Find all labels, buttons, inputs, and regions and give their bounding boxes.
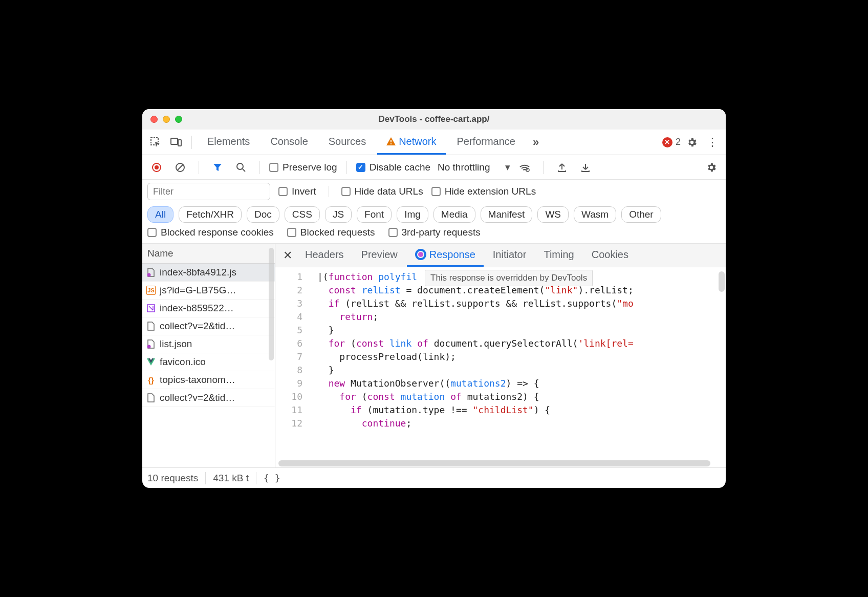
tab-performance[interactable]: Performance — [448, 130, 525, 155]
code-content[interactable]: |(function polyfil const relList = docum… — [312, 267, 726, 467]
detail-tab-preview[interactable]: Preview — [353, 244, 406, 267]
override-tooltip: This response is overridden by DevTools — [425, 270, 593, 286]
third-party-checkbox[interactable]: 3rd-party requests — [388, 227, 481, 238]
request-row[interactable]: index-b859522… — [142, 300, 275, 317]
request-row[interactable]: collect?v=2&tid… — [142, 317, 275, 335]
detail-tab-headers[interactable]: Headers — [297, 244, 352, 267]
device-toggle-icon[interactable] — [167, 133, 185, 152]
request-row[interactable]: collect?v=2&tid… — [142, 389, 275, 407]
network-settings-icon[interactable] — [702, 158, 721, 177]
status-bar: 10 requests 431 kB t { } — [142, 467, 726, 488]
divider — [191, 136, 192, 149]
download-har-icon[interactable] — [576, 158, 595, 177]
response-code-viewer[interactable]: 123456789101112 |(function polyfil const… — [275, 267, 726, 467]
clear-button[interactable] — [171, 158, 189, 177]
type-filter-font[interactable]: Font — [357, 206, 392, 223]
throttling-select[interactable]: No throttling ▾ — [438, 161, 510, 173]
close-panel-button[interactable]: ✕ — [279, 249, 296, 262]
request-row[interactable]: {} topics-taxonom… — [142, 371, 275, 389]
tab-sources[interactable]: Sources — [319, 130, 375, 155]
js-file-icon: JS — [146, 286, 156, 295]
pretty-print-button[interactable]: { } — [264, 473, 280, 483]
request-name: js?id=G-LB75G… — [160, 285, 236, 296]
window-minimize-button[interactable] — [163, 116, 170, 123]
blocked-requests-label: Blocked requests — [300, 227, 375, 238]
checkbox-unchecked-icon — [147, 228, 157, 237]
detail-tab-initiator[interactable]: Initiator — [485, 244, 535, 267]
document-icon — [146, 393, 156, 402]
type-filter-fetch-xhr[interactable]: Fetch/XHR — [179, 206, 242, 223]
more-tabs-icon[interactable]: » — [527, 133, 545, 152]
kebab-menu-icon[interactable]: ⋮ — [703, 133, 722, 152]
tab-network[interactable]: Network — [377, 130, 445, 155]
checkbox-unchecked-icon — [341, 187, 351, 196]
request-row[interactable]: favicon.ico — [142, 353, 275, 371]
error-count[interactable]: ✕ 2 — [662, 137, 681, 147]
detail-tab-response[interactable]: Response — [407, 244, 484, 267]
invert-checkbox[interactable]: Invert — [278, 186, 316, 197]
type-filter-doc[interactable]: Doc — [247, 206, 279, 223]
search-icon[interactable] — [232, 158, 250, 177]
filter-input[interactable] — [147, 183, 270, 200]
type-filter-all[interactable]: All — [147, 206, 173, 223]
line-gutter: 123456789101112 — [275, 267, 312, 467]
blocked-cookies-checkbox[interactable]: Blocked response cookies — [147, 227, 274, 238]
hide-ext-urls-checkbox[interactable]: Hide extension URLs — [431, 186, 536, 197]
type-filter-manifest[interactable]: Manifest — [481, 206, 533, 223]
scrollbar-horizontal[interactable] — [278, 460, 710, 466]
request-row[interactable]: list.json — [142, 335, 275, 353]
inspect-element-icon[interactable] — [146, 133, 165, 152]
request-row[interactable]: index-8bfa4912.js — [142, 264, 275, 282]
checkbox-checked-icon — [356, 163, 365, 172]
svg-line-6 — [178, 164, 183, 170]
window-close-button[interactable] — [150, 116, 158, 123]
scrollbar-vertical[interactable] — [269, 248, 274, 360]
css-file-icon — [146, 304, 156, 313]
status-transferred: 431 kB t — [213, 473, 249, 484]
type-filter-wasm[interactable]: Wasm — [574, 206, 616, 223]
svg-point-12 — [147, 345, 151, 349]
override-indicator-icon — [415, 249, 426, 260]
network-conditions-icon[interactable] — [515, 158, 534, 177]
window-maximize-button[interactable] — [175, 116, 182, 123]
checkbox-unchecked-icon — [431, 187, 441, 196]
upload-har-icon[interactable] — [553, 158, 571, 177]
tab-network-label: Network — [399, 136, 436, 147]
filter-toggle-icon[interactable] — [208, 158, 227, 177]
type-filter-img[interactable]: Img — [397, 206, 428, 223]
detail-tab-cookies[interactable]: Cookies — [583, 244, 637, 267]
detail-tab-response-label: Response — [429, 249, 475, 261]
hide-ext-urls-label: Hide extension URLs — [445, 186, 536, 197]
request-name: topics-taxonom… — [160, 374, 235, 386]
tab-console[interactable]: Console — [261, 130, 317, 155]
tab-elements[interactable]: Elements — [198, 130, 259, 155]
request-name: index-b859522… — [160, 303, 234, 314]
divider — [256, 472, 256, 484]
settings-icon[interactable] — [683, 133, 701, 152]
record-button[interactable] — [147, 158, 166, 177]
blocked-requests-checkbox[interactable]: Blocked requests — [287, 227, 375, 238]
type-filter-other[interactable]: Other — [621, 206, 661, 223]
type-filter-ws[interactable]: WS — [537, 206, 569, 223]
preserve-log-checkbox[interactable]: Preserve log — [269, 162, 337, 173]
devtools-window: DevTools - coffee-cart.app/ Elements Con… — [142, 109, 726, 488]
scrollbar-vertical[interactable] — [719, 271, 725, 292]
disable-cache-checkbox[interactable]: Disable cache — [356, 162, 430, 173]
svg-rect-2 — [178, 140, 181, 146]
checkbox-unchecked-icon — [278, 187, 288, 196]
type-filter-js[interactable]: JS — [325, 206, 352, 223]
request-name: collect?v=2&tid… — [160, 321, 235, 332]
error-icon: ✕ — [662, 137, 672, 147]
type-filter-media[interactable]: Media — [433, 206, 475, 223]
chevron-down-icon: ▾ — [505, 161, 510, 173]
detail-tab-timing[interactable]: Timing — [535, 244, 582, 267]
request-row[interactable]: JS js?id=G-LB75G… — [142, 282, 275, 300]
divider — [346, 161, 347, 174]
preserve-log-label: Preserve log — [283, 162, 337, 173]
blocked-cookies-label: Blocked response cookies — [161, 227, 274, 238]
js-file-override-icon — [146, 268, 156, 277]
request-list[interactable]: index-8bfa4912.js JS js?id=G-LB75G… inde… — [142, 264, 275, 467]
list-column-header[interactable]: Name — [142, 244, 275, 264]
hide-data-urls-checkbox[interactable]: Hide data URLs — [341, 186, 423, 197]
type-filter-css[interactable]: CSS — [285, 206, 320, 223]
